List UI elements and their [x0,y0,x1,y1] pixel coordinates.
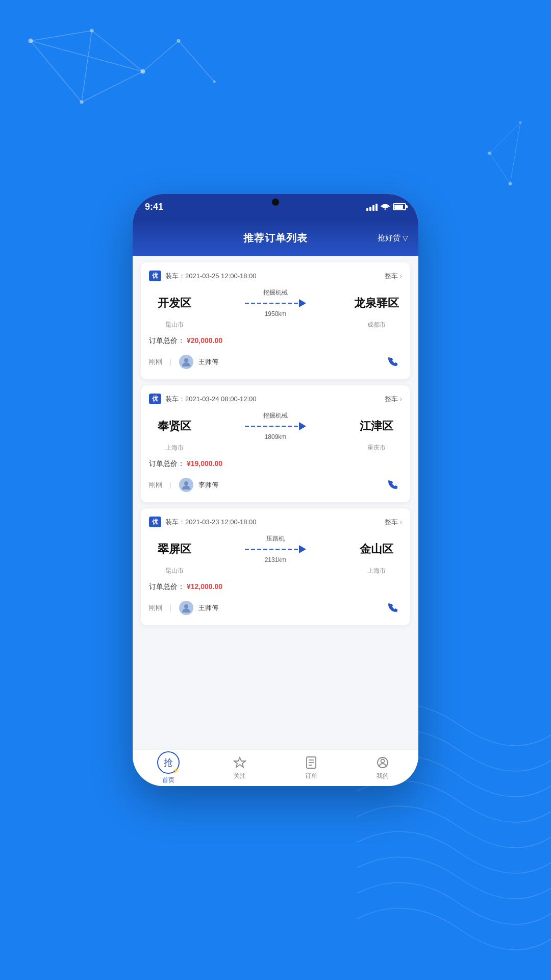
card-header-2: 优 装车：2021-03-24 08:00-12:00 整车 › [149,394,402,404]
route-middle: 压路机 2131km [200,534,351,564]
svg-line-1 [82,71,143,102]
filter-label: 抢好货 [378,233,400,243]
call-button[interactable] [384,599,402,617]
route-distance: 1950km [265,310,287,317]
call-button[interactable] [384,476,402,494]
route-distance: 1809km [265,433,287,440]
route-sub-row: 昆山市 上海市 [149,566,402,575]
svg-line-0 [31,41,82,102]
cargo-type: 挖掘机械 [263,288,288,297]
driver-avatar [179,355,193,369]
order-card-1[interactable]: 优 装车：2021-03-25 12:00-18:00 整车 › 开发区 挖掘机… [141,262,410,379]
order-date: 装车：2021-03-24 08:00-12:00 [165,395,257,404]
route-arrow [245,422,306,430]
order-type: 整车 [385,518,398,527]
nav-follow[interactable]: 关注 [204,755,276,780]
order-card-3[interactable]: 优 装车：2021-03-23 12:00-18:00 整车 › 翠屏区 压路机… [141,508,410,625]
to-city: 龙泉驿区 [351,296,402,311]
order-date: 装车：2021-03-23 12:00-18:00 [165,518,257,527]
svg-line-17 [490,122,520,153]
to-sub-city: 上海市 [367,567,386,574]
route-sub-row: 上海市 重庆市 [149,443,402,452]
driver-name: 王师傅 [198,357,218,366]
price-value: ¥20,000.00 [187,336,222,345]
nav-mine-label: 我的 [377,772,389,780]
nav-order[interactable]: 订单 [276,755,347,780]
time-ago: 刚刚 [149,603,162,612]
svg-point-6 [29,39,33,43]
to-sub-city: 成都市 [367,321,386,328]
call-button[interactable] [384,353,402,371]
driver-avatar [179,601,193,615]
priority-badge: 优 [149,271,161,281]
route-arrow [245,545,306,553]
svg-point-15 [519,121,521,124]
filter-icon: ▽ [403,234,408,242]
chevron-right-icon: › [400,518,402,526]
camera-cutout [272,199,279,206]
svg-line-19 [490,153,510,184]
svg-point-21 [184,481,188,485]
price-value: ¥19,000.00 [187,459,222,468]
wifi-icon [381,203,390,211]
time-ago: 刚刚 [149,480,162,489]
svg-point-14 [488,152,491,155]
lightning-icon: ⚡ [172,767,180,774]
svg-line-11 [179,41,214,82]
svg-line-3 [31,31,92,41]
to-sub-city: 重庆市 [367,444,386,451]
nav-mine[interactable]: 我的 [347,755,418,780]
order-type: 整车 [385,272,398,281]
nav-follow-label: 关注 [234,772,246,780]
price-label: 订单总价： [149,582,185,591]
price-row: 订单总价： ¥20,000.00 [149,336,402,346]
svg-point-13 [213,81,215,83]
route-middle: 挖掘机械 1950km [200,288,351,317]
bottom-nav: 抢 ⚡ 首页 关注 订单 [133,749,418,786]
to-city: 金山区 [351,542,402,557]
from-city: 翠屏区 [149,542,200,557]
from-sub-city: 上海市 [165,444,184,451]
status-icons [366,203,406,211]
svg-line-18 [510,122,520,184]
priority-badge: 优 [149,394,161,404]
card-footer: 刚刚 ｜ 王师傅 [149,353,402,371]
header-filter-button[interactable]: 抢好货 ▽ [378,233,408,243]
nav-home-label: 首页 [162,776,174,785]
card-footer: 刚刚 ｜ 李师傅 [149,476,402,494]
card-header-1: 优 装车：2021-03-25 12:00-18:00 整车 › [149,271,402,281]
order-icon [304,755,318,770]
svg-line-5 [82,31,92,102]
svg-point-22 [184,604,188,608]
nav-home[interactable]: 抢 ⚡ 首页 [133,751,204,785]
notch [245,194,306,208]
order-type: 整车 [385,395,398,404]
nav-order-label: 订单 [305,772,317,780]
divider: ｜ [167,480,174,489]
chevron-right-icon: › [400,272,402,280]
time-ago: 刚刚 [149,357,162,366]
from-sub-city: 昆山市 [165,567,184,574]
mine-icon [375,755,390,770]
signal-icon [366,203,378,211]
price-label: 订单总价： [149,336,185,345]
order-list: 优 装车：2021-03-25 12:00-18:00 整车 › 开发区 挖掘机… [133,256,418,749]
card-header-3: 优 装车：2021-03-23 12:00-18:00 整车 › [149,517,402,527]
svg-line-2 [92,31,143,71]
divider: ｜ [167,357,174,366]
cargo-type: 压路机 [266,534,285,543]
status-time: 9:41 [145,202,163,212]
svg-point-8 [141,69,145,74]
status-bar: 9:41 [133,194,418,219]
app-header: 推荐订单列表 抢好货 ▽ [133,219,418,256]
svg-point-7 [80,101,83,104]
svg-line-4 [31,41,143,71]
order-card-2[interactable]: 优 装车：2021-03-24 08:00-12:00 整车 › 奉贤区 挖掘机… [141,385,410,502]
price-label: 订单总价： [149,459,185,468]
route-row: 开发区 挖掘机械 1950km 龙泉驿区 [149,288,402,317]
route-sub-row: 昆山市 成都市 [149,320,402,329]
svg-point-29 [381,760,385,763]
svg-point-16 [509,182,512,185]
header-title: 推荐订单列表 [243,231,308,245]
route-arrow [245,299,306,307]
